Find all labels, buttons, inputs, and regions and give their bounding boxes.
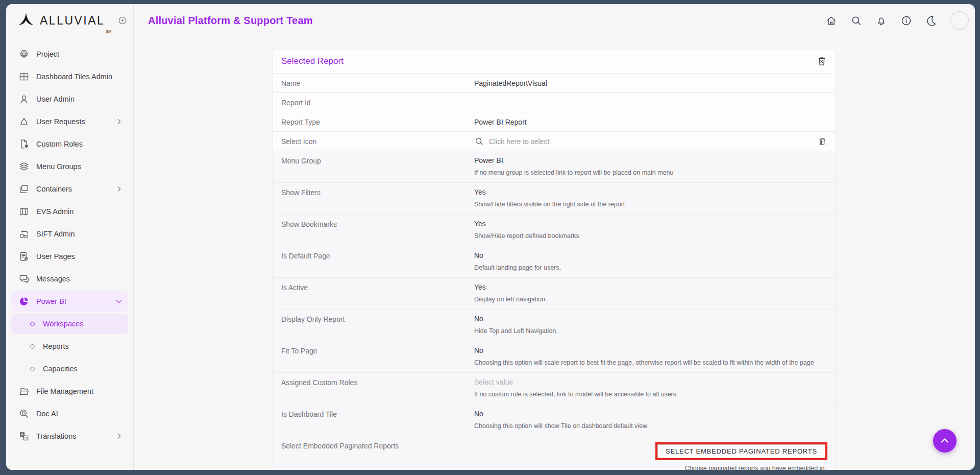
row-label: Is Dashboard Tile <box>281 410 474 418</box>
sidebar-item-label: Dashboard Tiles Admin <box>36 73 112 81</box>
file-shield-icon <box>18 138 30 150</box>
row-label: Show Bookmarks <box>281 220 474 228</box>
radio-circle-icon <box>29 343 36 350</box>
sidebar-item-messages[interactable]: Messages <box>11 269 128 289</box>
row-show-filters: Show FiltersYesShow/Hide filters visible… <box>273 182 836 214</box>
row-fit-to-page: Fit To PageNoChoosing this option will s… <box>273 341 836 372</box>
chevron-up-icon <box>939 435 951 447</box>
sidebar-item-user-pages[interactable]: User Pages <box>11 246 128 267</box>
row-value: No <box>474 410 827 418</box>
topbar: Alluvial Platform & Support Team <box>134 4 975 37</box>
home-icon[interactable] <box>825 15 837 27</box>
sidebar: ALLUVIAL SM ProjectDashboard Tiles Admin… <box>6 4 134 470</box>
row-is-dashboard-tile: Is Dashboard TileNoChoosing this option … <box>273 404 836 436</box>
sidebar-item-menu-groups[interactable]: Menu Groups <box>11 156 128 177</box>
sidebar-item-user-requests[interactable]: User Requests <box>11 111 128 132</box>
chevron-right-icon <box>115 185 123 193</box>
row-value: Power BI Report <box>474 118 827 126</box>
chevron-right-icon <box>115 117 123 126</box>
row-label: Report Id <box>281 99 474 107</box>
select-embedded-paginated-reports-button[interactable]: SELECT EMBEDDED PAGINATED REPORTS <box>657 444 825 458</box>
sidebar-item-label: Containers <box>36 185 72 193</box>
row-label: Is Default Page <box>281 251 474 260</box>
row-helper: Show/Hide report defined bookmarks <box>474 232 827 240</box>
sidebar-item-project[interactable]: Project <box>11 44 128 64</box>
row-value: PaginatedReportVisual <box>474 79 827 87</box>
chevron-down-icon <box>115 297 123 305</box>
row-label: Display Only Report <box>281 315 474 323</box>
row-value: No <box>474 346 827 354</box>
bell-icon[interactable] <box>875 15 887 27</box>
row-value: No <box>474 315 827 323</box>
sidebar-item-containers[interactable]: Containers <box>11 179 128 199</box>
brand-name: ALLUVIAL <box>40 14 105 28</box>
moon-icon[interactable] <box>925 15 937 27</box>
chevron-right-icon <box>115 432 123 440</box>
layers-icon <box>18 161 30 172</box>
search-icon[interactable] <box>850 15 862 27</box>
sidebar-item-capacities[interactable]: Capacities <box>11 359 128 379</box>
info-icon[interactable] <box>900 15 912 27</box>
radio-circle-icon <box>29 320 36 328</box>
value-column: Power BIIf no menu group is selected lin… <box>474 156 827 176</box>
row-label: Assigned Custom Roles <box>281 378 474 387</box>
row-label: Fit To Page <box>281 346 474 355</box>
content-area: Selected Report NamePaginatedReportVisua… <box>134 37 975 470</box>
row-is-active: Is ActiveYesDisplay on left navigation. <box>273 277 836 309</box>
flow-icon <box>18 228 30 240</box>
row-value: Yes <box>474 283 827 291</box>
sidebar-item-evs-admin[interactable]: EVS Admin <box>11 201 128 222</box>
icon-picker-field[interactable]: Click here to select <box>474 136 817 146</box>
sidebar-item-label: Project <box>36 50 59 58</box>
card-header: Selected Report <box>273 50 836 73</box>
alluvial-peak-icon <box>17 12 35 29</box>
row-value: Yes <box>474 220 827 228</box>
value-column: NoHide Top and Left Navigation. <box>474 315 827 335</box>
gear-icon <box>18 49 30 60</box>
page-info-icon <box>18 251 30 262</box>
sidebar-item-label: User Pages <box>36 252 75 260</box>
sidebar-item-reports[interactable]: Reports <box>11 336 128 357</box>
trash-icon[interactable] <box>817 136 827 147</box>
sidebar-item-translations[interactable]: A文Translations <box>11 426 128 446</box>
row-report-id: Report Id <box>273 92 836 112</box>
sidebar-item-power-bi[interactable]: Power BI <box>11 291 128 312</box>
sidebar-item-sift-admin[interactable]: SIFT Admin <box>11 224 128 244</box>
page-title: Alluvial Platform & Support Team <box>148 15 313 27</box>
value-column: YesShow/Hide report defined bookmarks <box>474 220 827 240</box>
row-helper: Choosing this option will scale report t… <box>474 359 827 366</box>
row-value: Power BI <box>474 156 827 164</box>
report-detail-rows: NamePaginatedReportVisualReport IdReport… <box>273 73 836 470</box>
sidebar-item-workspaces[interactable]: Workspaces <box>11 314 128 334</box>
sidebar-item-label: Power BI <box>36 297 66 305</box>
radio-dot-icon[interactable] <box>117 15 128 26</box>
row-helper: Hide Top and Left Navigation. <box>474 327 827 335</box>
trash-x-icon[interactable] <box>816 56 827 67</box>
row-name: NamePaginatedReportVisual <box>273 73 836 92</box>
row-select-icon: Select IconClick here to select <box>273 131 836 151</box>
app-window: ALLUVIAL SM ProjectDashboard Tiles Admin… <box>6 4 975 470</box>
search-icon <box>474 136 484 146</box>
scroll-to-top-button[interactable] <box>933 429 957 453</box>
sidebar-item-dashboard-tiles-admin[interactable]: Dashboard Tiles Admin <box>11 66 128 87</box>
row-helper: If no menu group is selected link to rep… <box>474 169 827 176</box>
sidebar-item-doc-ai[interactable]: Doc AI <box>11 403 128 424</box>
grid-icon <box>18 71 30 82</box>
sidebar-nav: ProjectDashboard Tiles AdminUser AdminUs… <box>6 37 133 470</box>
card-title: Selected Report <box>281 56 344 66</box>
sidebar-item-custom-roles[interactable]: Custom Roles <box>11 134 128 154</box>
value-column: Power BI Report <box>474 118 827 126</box>
row-helper: Show/Hide filters visible on the right s… <box>474 201 827 208</box>
window-frame: ALLUVIAL SM ProjectDashboard Tiles Admin… <box>0 0 980 475</box>
brand-trademark: SM <box>106 30 111 33</box>
user-avatar[interactable] <box>950 11 969 30</box>
row-helper: If no custom role is selected, link to m… <box>474 391 827 398</box>
select-value-dropdown[interactable]: Select value <box>474 378 827 386</box>
sidebar-item-file-management[interactable]: File Management <box>11 381 128 401</box>
row-label: Name <box>281 79 474 87</box>
sidebar-item-user-admin[interactable]: User Admin <box>11 89 128 109</box>
row-display-only-report: Display Only ReportNoHide Top and Left N… <box>273 309 836 341</box>
dome-icon <box>18 116 30 127</box>
sidebar-item-label: Translations <box>36 432 76 440</box>
sidebar-item-label: Menu Groups <box>36 162 81 171</box>
